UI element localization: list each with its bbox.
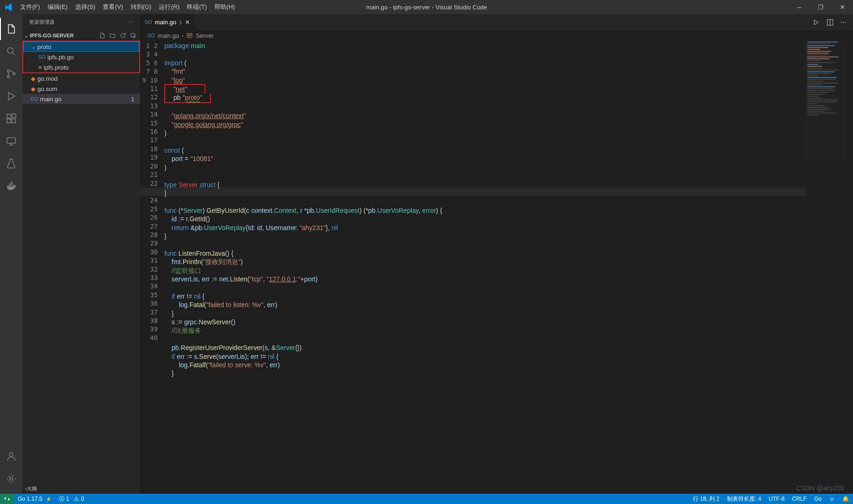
chevron-down-icon: ⌄ xyxy=(24,33,28,38)
sidebar-title: 资源管理器 ⋯ xyxy=(22,14,140,30)
close-button[interactable]: ✕ xyxy=(832,0,853,14)
extensions-icon[interactable] xyxy=(0,107,22,130)
testing-icon[interactable] xyxy=(0,152,22,175)
status-problems[interactable]: ⓧ1 ⚠0 xyxy=(55,494,88,504)
split-editor-icon[interactable] xyxy=(826,19,834,26)
account-icon[interactable] xyxy=(0,445,22,468)
folder-section-header[interactable]: ⌄ IPFS-GO-SERVER xyxy=(22,30,140,41)
svg-rect-5 xyxy=(7,119,11,123)
proto-file-icon: ≡ xyxy=(38,64,42,71)
breadcrumb[interactable]: GO main.go › Server xyxy=(140,30,853,41)
file-tree: ⌄protoGOipfs.pb.go≡ipfs.proto◆go.mod◆go.… xyxy=(22,41,140,104)
line-numbers: 1 2 3 4 5 6 7 8 9 10 11 12 13 14 15 16 1… xyxy=(140,41,164,494)
remote-indicator[interactable] xyxy=(0,494,14,504)
file-icon: ◆ xyxy=(31,85,35,92)
struct-icon xyxy=(186,32,193,39)
tree-item-label: proto xyxy=(37,43,51,50)
tree-item-label: go.sum xyxy=(37,85,57,92)
status-encoding[interactable]: UTF-8 xyxy=(765,494,788,504)
tab-main-go[interactable]: GO main.go 1 ✕ xyxy=(140,14,195,30)
menu-item[interactable]: 帮助(H) xyxy=(211,0,239,14)
menu-item[interactable]: 转到(G) xyxy=(127,0,155,14)
tree-item-ipfs-proto[interactable]: ≡ipfs.proto xyxy=(23,62,139,72)
editor-area: GO main.go 1 ✕ ⋯ GO main.go › Server 1 2… xyxy=(140,14,853,494)
remote-explorer-icon[interactable] xyxy=(0,130,22,152)
status-feedback-icon[interactable]: ☺ xyxy=(825,494,839,504)
svg-rect-8 xyxy=(7,138,15,143)
svg-point-3 xyxy=(13,73,15,75)
more-actions-icon[interactable]: ⋯ xyxy=(840,19,846,26)
svg-point-0 xyxy=(7,48,13,53)
go-file-icon: GO xyxy=(38,55,46,60)
svg-rect-11 xyxy=(131,34,134,37)
menu-item[interactable]: 文件(F) xyxy=(16,0,44,14)
new-file-icon[interactable] xyxy=(99,32,106,39)
collapse-all-icon[interactable] xyxy=(130,32,136,39)
source-control-icon[interactable] xyxy=(0,63,22,85)
go-file-icon: GO xyxy=(148,33,155,38)
svg-point-1 xyxy=(7,70,10,72)
new-folder-icon[interactable] xyxy=(109,32,116,39)
tree-item-badge: 1 xyxy=(131,96,134,103)
svg-rect-4 xyxy=(7,114,11,118)
chevron-down-icon: ⌄ xyxy=(32,44,35,49)
tree-item-label: ipfs.proto xyxy=(44,64,69,71)
outline-section[interactable]: › 大纲 xyxy=(22,483,140,494)
maximize-button[interactable]: ❐ xyxy=(810,0,832,14)
run-icon[interactable] xyxy=(812,19,820,26)
status-notifications-icon[interactable]: 🔔 xyxy=(839,494,853,504)
code-body[interactable]: package main import ( "fmt" "log" "net" … xyxy=(164,41,853,494)
svg-rect-14 xyxy=(187,35,189,37)
tree-item-proto[interactable]: ⌄proto xyxy=(23,42,139,52)
tree-item-go-mod[interactable]: ◆go.mod xyxy=(22,73,140,84)
status-bar: Go 1.17.5⚡ ⓧ1 ⚠0 行 18, 列 2 制表符长度: 4 UTF-… xyxy=(0,494,853,504)
status-tabsize[interactable]: 制表符长度: 4 xyxy=(723,494,765,504)
activity-bar xyxy=(0,14,22,494)
menu-item[interactable]: 选择(S) xyxy=(71,0,99,14)
refresh-icon[interactable] xyxy=(120,32,126,39)
file-icon: ◆ xyxy=(31,75,35,82)
svg-point-2 xyxy=(7,76,10,78)
breadcrumb-symbol[interactable]: Server xyxy=(196,32,213,39)
tree-item-go-sum[interactable]: ◆go.sum xyxy=(22,84,140,94)
search-icon[interactable] xyxy=(0,40,22,63)
status-line-col[interactable]: 行 18, 列 2 xyxy=(689,494,723,504)
tab-problems-badge: 1 xyxy=(179,20,182,25)
tree-item-label: go.mod xyxy=(37,75,57,82)
vscode-logo-icon xyxy=(0,3,16,11)
explorer-sidebar: 资源管理器 ⋯ ⌄ IPFS-GO-SERVER ⌄protoGOipfs.pb… xyxy=(22,14,140,494)
tree-item-label: main.go xyxy=(40,96,62,103)
svg-point-9 xyxy=(9,453,13,456)
title-bar: 文件(F)编辑(E)选择(S)查看(V)转到(G)运行(R)终端(T)帮助(H)… xyxy=(0,0,853,14)
menu-bar: 文件(F)编辑(E)选择(S)查看(V)转到(G)运行(R)终端(T)帮助(H) xyxy=(16,0,239,14)
code-editor[interactable]: 1 2 3 4 5 6 7 8 9 10 11 12 13 14 15 16 1… xyxy=(140,41,853,494)
docker-icon[interactable] xyxy=(0,175,22,197)
tree-item-main-go[interactable]: GOmain.go1 xyxy=(22,94,140,104)
svg-rect-6 xyxy=(12,119,15,123)
window-title: main.go - ipfs-go-server - Visual Studio… xyxy=(366,4,487,11)
settings-gear-icon[interactable] xyxy=(0,468,22,490)
menu-item[interactable]: 查看(V) xyxy=(99,0,127,14)
breadcrumb-file[interactable]: main.go xyxy=(158,32,179,39)
status-eol[interactable]: CRLF xyxy=(788,494,810,504)
status-lang[interactable]: Go xyxy=(811,494,825,504)
status-go-version[interactable]: Go 1.17.5⚡ xyxy=(14,494,55,504)
menu-item[interactable]: 编辑(E) xyxy=(44,0,71,14)
minimize-button[interactable]: ─ xyxy=(789,0,810,14)
svg-rect-13 xyxy=(187,34,192,35)
menu-item[interactable]: 运行(R) xyxy=(155,0,183,14)
svg-rect-7 xyxy=(12,114,16,118)
svg-point-10 xyxy=(10,477,13,480)
tree-item-ipfs-pb-go[interactable]: GOipfs.pb.go xyxy=(23,52,139,62)
more-icon[interactable]: ⋯ xyxy=(128,19,134,25)
tab-close-icon[interactable]: ✕ xyxy=(185,19,190,26)
go-file-icon: GO xyxy=(31,97,38,102)
menu-item[interactable]: 终端(T) xyxy=(183,0,211,14)
debug-icon[interactable] xyxy=(0,85,22,107)
tree-item-label: ipfs.pb.go xyxy=(48,54,74,61)
svg-rect-15 xyxy=(190,35,192,37)
minimap[interactable] xyxy=(804,41,846,162)
go-file-icon: GO xyxy=(145,20,152,25)
explorer-icon[interactable] xyxy=(0,18,22,40)
tab-bar: GO main.go 1 ✕ ⋯ xyxy=(140,14,853,30)
